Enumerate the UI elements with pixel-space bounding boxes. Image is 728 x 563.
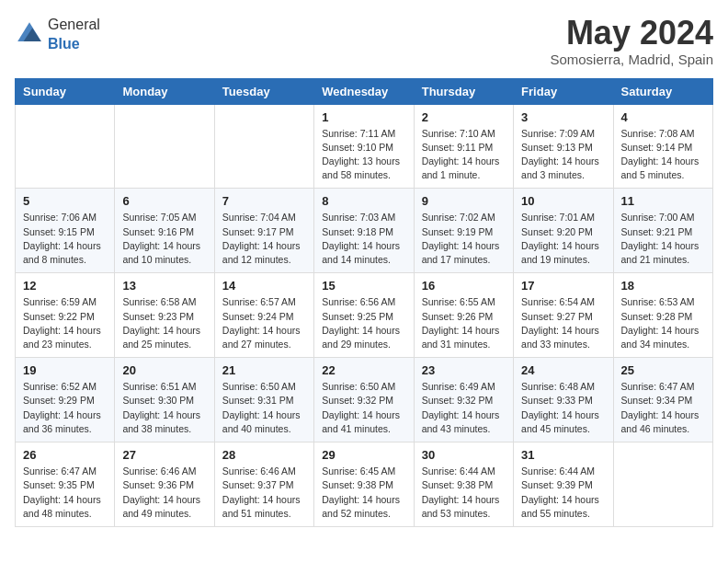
cell-info: Sunrise: 6:44 AMSunset: 9:39 PMDaylight:… — [521, 465, 605, 521]
day-number: 3 — [521, 110, 605, 124]
cell-info: Sunrise: 6:50 AMSunset: 9:32 PMDaylight:… — [322, 380, 405, 436]
day-number: 11 — [621, 194, 705, 208]
calendar-cell: 27Sunrise: 6:46 AMSunset: 9:36 PMDayligh… — [115, 442, 214, 527]
calendar-cell — [115, 104, 214, 189]
cell-info: Sunrise: 6:46 AMSunset: 9:36 PMDaylight:… — [122, 465, 206, 521]
cell-info: Sunrise: 6:58 AMSunset: 9:23 PMDaylight:… — [122, 295, 206, 351]
day-number: 9 — [422, 194, 506, 208]
day-number: 26 — [23, 448, 107, 462]
cell-info: Sunrise: 6:59 AMSunset: 9:22 PMDaylight:… — [23, 295, 107, 351]
cell-info: Sunrise: 6:46 AMSunset: 9:37 PMDaylight:… — [222, 465, 306, 521]
calendar-cell: 4Sunrise: 7:08 AMSunset: 9:14 PMDaylight… — [613, 104, 712, 189]
cell-info: Sunrise: 6:56 AMSunset: 9:25 PMDaylight:… — [322, 295, 405, 351]
calendar-cell — [16, 104, 115, 189]
calendar-week-row: 1Sunrise: 7:11 AMSunset: 9:10 PMDaylight… — [16, 104, 713, 189]
day-number: 31 — [521, 448, 605, 462]
logo-blue-text: Blue — [48, 36, 80, 52]
calendar-cell: 3Sunrise: 7:09 AMSunset: 9:13 PMDaylight… — [514, 104, 613, 189]
weekday-header-row: SundayMondayTuesdayWednesdayThursdayFrid… — [16, 78, 713, 104]
cell-info: Sunrise: 6:55 AMSunset: 9:26 PMDaylight:… — [422, 295, 506, 351]
page-header: General Blue May 2024 Somosierra, Madrid… — [15, 15, 713, 67]
cell-info: Sunrise: 6:44 AMSunset: 9:38 PMDaylight:… — [422, 465, 506, 521]
calendar-cell: 5Sunrise: 7:06 AMSunset: 9:15 PMDaylight… — [16, 189, 115, 273]
calendar-cell: 17Sunrise: 6:54 AMSunset: 9:27 PMDayligh… — [514, 273, 613, 358]
day-number: 6 — [122, 194, 206, 208]
day-number: 17 — [521, 279, 605, 293]
weekday-header-friday: Friday — [514, 78, 613, 104]
calendar-cell: 11Sunrise: 7:00 AMSunset: 9:21 PMDayligh… — [613, 189, 712, 273]
calendar-cell — [214, 104, 313, 189]
cell-info: Sunrise: 6:47 AMSunset: 9:35 PMDaylight:… — [23, 465, 107, 521]
cell-info: Sunrise: 6:50 AMSunset: 9:31 PMDaylight:… — [222, 380, 306, 436]
calendar-cell: 7Sunrise: 7:04 AMSunset: 9:17 PMDaylight… — [214, 189, 313, 273]
calendar-week-row: 19Sunrise: 6:52 AMSunset: 9:29 PMDayligh… — [16, 358, 713, 442]
cell-info: Sunrise: 7:10 AMSunset: 9:11 PMDaylight:… — [422, 127, 506, 183]
cell-info: Sunrise: 6:45 AMSunset: 9:38 PMDaylight:… — [322, 465, 405, 521]
weekday-header-wednesday: Wednesday — [314, 78, 414, 104]
logo-icon — [15, 19, 44, 49]
calendar-cell: 12Sunrise: 6:59 AMSunset: 9:22 PMDayligh… — [16, 273, 115, 358]
calendar-cell: 16Sunrise: 6:55 AMSunset: 9:26 PMDayligh… — [414, 273, 513, 358]
cell-info: Sunrise: 6:49 AMSunset: 9:32 PMDaylight:… — [422, 380, 506, 436]
cell-info: Sunrise: 6:53 AMSunset: 9:28 PMDaylight:… — [621, 295, 705, 351]
day-number: 20 — [122, 363, 206, 377]
day-number: 28 — [222, 448, 306, 462]
day-number: 2 — [422, 110, 506, 124]
calendar-cell: 24Sunrise: 6:48 AMSunset: 9:33 PMDayligh… — [514, 358, 613, 442]
calendar-cell: 18Sunrise: 6:53 AMSunset: 9:28 PMDayligh… — [613, 273, 712, 358]
calendar-cell: 31Sunrise: 6:44 AMSunset: 9:39 PMDayligh… — [514, 442, 613, 527]
weekday-header-sunday: Sunday — [16, 78, 115, 104]
day-number: 1 — [322, 110, 405, 124]
cell-info: Sunrise: 6:51 AMSunset: 9:30 PMDaylight:… — [122, 380, 206, 436]
day-number: 27 — [122, 448, 206, 462]
day-number: 13 — [122, 279, 206, 293]
cell-info: Sunrise: 7:05 AMSunset: 9:16 PMDaylight:… — [122, 211, 206, 267]
logo: General Blue — [15, 15, 100, 53]
calendar-cell: 30Sunrise: 6:44 AMSunset: 9:38 PMDayligh… — [414, 442, 513, 527]
calendar-week-row: 12Sunrise: 6:59 AMSunset: 9:22 PMDayligh… — [16, 273, 713, 358]
cell-info: Sunrise: 6:47 AMSunset: 9:34 PMDaylight:… — [621, 380, 705, 436]
day-number: 21 — [222, 363, 306, 377]
day-number: 19 — [23, 363, 107, 377]
day-number: 29 — [322, 448, 405, 462]
day-number: 30 — [422, 448, 506, 462]
calendar-table: SundayMondayTuesdayWednesdayThursdayFrid… — [15, 78, 713, 527]
calendar-cell: 1Sunrise: 7:11 AMSunset: 9:10 PMDaylight… — [314, 104, 414, 189]
cell-info: Sunrise: 7:06 AMSunset: 9:15 PMDaylight:… — [23, 211, 107, 267]
cell-info: Sunrise: 6:54 AMSunset: 9:27 PMDaylight:… — [521, 295, 605, 351]
day-number: 12 — [23, 279, 107, 293]
cell-info: Sunrise: 7:00 AMSunset: 9:21 PMDaylight:… — [621, 211, 705, 267]
day-number: 15 — [322, 279, 405, 293]
day-number: 14 — [222, 279, 306, 293]
location-title: Somosierra, Madrid, Spain — [550, 52, 713, 67]
calendar-cell: 14Sunrise: 6:57 AMSunset: 9:24 PMDayligh… — [214, 273, 313, 358]
calendar-cell: 29Sunrise: 6:45 AMSunset: 9:38 PMDayligh… — [314, 442, 414, 527]
day-number: 23 — [422, 363, 506, 377]
cell-info: Sunrise: 7:11 AMSunset: 9:10 PMDaylight:… — [322, 127, 405, 183]
calendar-cell: 19Sunrise: 6:52 AMSunset: 9:29 PMDayligh… — [16, 358, 115, 442]
calendar-week-row: 5Sunrise: 7:06 AMSunset: 9:15 PMDaylight… — [16, 189, 713, 273]
day-number: 22 — [322, 363, 405, 377]
cell-info: Sunrise: 6:48 AMSunset: 9:33 PMDaylight:… — [521, 380, 605, 436]
cell-info: Sunrise: 7:08 AMSunset: 9:14 PMDaylight:… — [621, 127, 705, 183]
day-number: 7 — [222, 194, 306, 208]
calendar-cell: 28Sunrise: 6:46 AMSunset: 9:37 PMDayligh… — [214, 442, 313, 527]
month-title: May 2024 — [550, 15, 713, 52]
calendar-cell: 26Sunrise: 6:47 AMSunset: 9:35 PMDayligh… — [16, 442, 115, 527]
calendar-cell: 15Sunrise: 6:56 AMSunset: 9:25 PMDayligh… — [314, 273, 414, 358]
day-number: 10 — [521, 194, 605, 208]
calendar-cell: 22Sunrise: 6:50 AMSunset: 9:32 PMDayligh… — [314, 358, 414, 442]
day-number: 25 — [621, 363, 705, 377]
day-number: 24 — [521, 363, 605, 377]
calendar-cell: 25Sunrise: 6:47 AMSunset: 9:34 PMDayligh… — [613, 358, 712, 442]
calendar-cell — [613, 442, 712, 527]
cell-info: Sunrise: 7:02 AMSunset: 9:19 PMDaylight:… — [422, 211, 506, 267]
weekday-header-thursday: Thursday — [414, 78, 513, 104]
weekday-header-saturday: Saturday — [613, 78, 712, 104]
cell-info: Sunrise: 7:04 AMSunset: 9:17 PMDaylight:… — [222, 211, 306, 267]
calendar-cell: 13Sunrise: 6:58 AMSunset: 9:23 PMDayligh… — [115, 273, 214, 358]
calendar-week-row: 26Sunrise: 6:47 AMSunset: 9:35 PMDayligh… — [16, 442, 713, 527]
calendar-cell: 6Sunrise: 7:05 AMSunset: 9:16 PMDaylight… — [115, 189, 214, 273]
calendar-cell: 10Sunrise: 7:01 AMSunset: 9:20 PMDayligh… — [514, 189, 613, 273]
day-number: 8 — [322, 194, 405, 208]
